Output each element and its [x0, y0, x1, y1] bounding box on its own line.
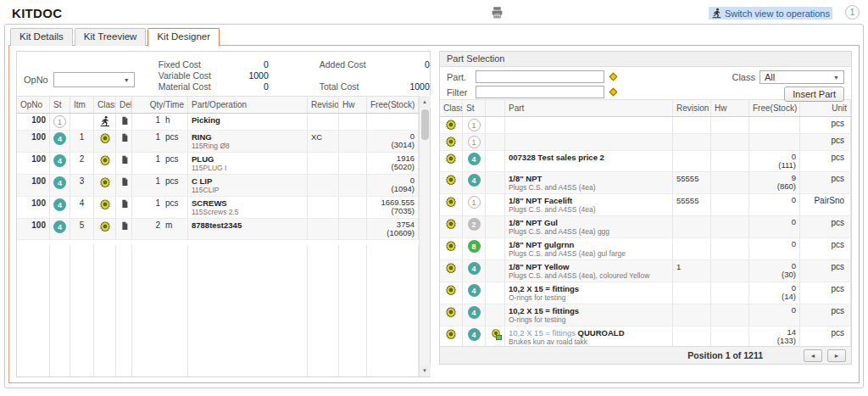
class-cell [440, 326, 463, 346]
table-row[interactable]: 1 pcs [440, 134, 851, 151]
delete-document-icon[interactable] [116, 175, 132, 196]
table-row[interactable]: 1 1/8" NPT Facelift Plugs C.S. and A4SS … [440, 194, 851, 216]
parts-table-header: Class St Part Revision Hw Free(Stock) Un… [440, 99, 851, 117]
delete-document-icon[interactable] [116, 197, 132, 218]
print-icon[interactable] [490, 5, 504, 20]
scrollbar-thumb[interactable] [421, 109, 429, 140]
free-stock-cell: 0 [749, 304, 800, 326]
table-row[interactable]: 4 10,2 X 15 = fittings O-rings for testi… [440, 304, 851, 326]
col-opno[interactable]: OpNo [17, 97, 50, 113]
col-part-operation[interactable]: Part/Operation [188, 97, 308, 113]
hw-cell [339, 175, 367, 196]
col-unit[interactable]: Unit [800, 100, 851, 116]
table-row[interactable]: 4 10,2 X 15 = fittings O-rings for testi… [440, 282, 851, 304]
class-select[interactable]: All ▼ [760, 70, 844, 84]
variable-cost-label: Variable Cost [159, 70, 220, 81]
col-hw[interactable]: Hw [711, 100, 749, 116]
table-row[interactable]: 8 1/8" NPT gulgrnn Plugs C.S. and A4SS (… [440, 238, 851, 260]
table-row[interactable]: 100 4 4 1 pcs SCREWS 115Screws 2.5 1669.… [17, 197, 419, 219]
free-stock-cell [749, 134, 800, 150]
pager-prev-icon[interactable]: ◄ [804, 349, 822, 362]
filter-lookup-diamond-icon[interactable] [609, 88, 618, 97]
col-st[interactable]: St [50, 97, 70, 113]
switch-view-link[interactable]: Switch view to operations [709, 7, 832, 20]
class-cell [94, 197, 116, 218]
total-cost-value: 1000 [377, 81, 430, 92]
table-row[interactable]: 4 10,2 X 15 = fittings QUUROALD Brukes k… [440, 326, 851, 346]
col-revision[interactable]: Revision [673, 100, 711, 116]
delete-document-icon[interactable] [116, 153, 132, 174]
table-row[interactable]: 4 1/8" NPT Plugs C.S. and A4SS (4ea) 555… [440, 172, 851, 194]
scroll-down-icon[interactable]: ▼ [420, 365, 431, 376]
revision-cell [308, 175, 339, 196]
delete-document-icon[interactable] [116, 219, 132, 239]
table-row[interactable]: 100 4 5 2 m 8788test2345 3754 (10609) [17, 219, 419, 240]
insert-part-button[interactable]: Insert Part [784, 86, 844, 102]
scroll-up-icon[interactable]: ▲ [420, 96, 431, 108]
tab-kit-treeview[interactable]: Kit Treeview [75, 28, 147, 46]
hw-cell [711, 194, 749, 215]
status-badge: 4 [468, 262, 481, 275]
class-cell [440, 134, 463, 150]
left-table-scrollbar[interactable]: ▲ ▼ [419, 96, 430, 376]
tab-kit-designer[interactable]: Kit Designer [147, 28, 220, 47]
part-label: Part. [447, 72, 476, 82]
alternate-cell [486, 326, 505, 346]
parts-rows: 1 pcs 1 [440, 117, 851, 346]
col-alt[interactable] [486, 100, 505, 116]
itm-cell: 4 [70, 197, 94, 218]
delete-document-icon[interactable] [116, 114, 132, 130]
unit-cell: pcs [800, 238, 851, 259]
table-row[interactable]: 100 4 2 1 pcs PLUG 115PLUG I 1916 (5020) [17, 153, 419, 175]
table-row[interactable]: 1 pcs [440, 117, 851, 134]
kit-designer-panel: OpNo ▼ Fixed Cost 0 Added Cost 0 Variabl… [8, 45, 860, 383]
col-itm[interactable]: Itm [70, 97, 94, 113]
tab-kit-details[interactable]: Kit Details [10, 28, 73, 46]
table-row[interactable]: 100 4 3 1 pcs C LIP 115CLIP 0 (1094) [17, 175, 419, 197]
part-lookup-diamond-icon[interactable] [609, 73, 618, 81]
pager-next-icon[interactable]: ► [827, 349, 846, 362]
table-row[interactable]: 2 1/8" NPT Gul Plugs C.S. and A4SS (4ea)… [440, 216, 851, 238]
col-free-stock[interactable]: Free(Stock) [367, 97, 419, 113]
col-del[interactable]: Del [116, 97, 132, 113]
table-row[interactable]: 4 1/8" NPT Yellow Plugs C.S. and A4SS (4… [440, 260, 851, 282]
delete-document-icon[interactable] [116, 131, 132, 152]
gear-icon [99, 198, 111, 210]
part-operation-cell: SCREWS 115Screws 2.5 [188, 197, 308, 218]
status-cell: 4 [463, 326, 486, 346]
col-part[interactable]: Part [505, 100, 673, 116]
gear-icon [445, 328, 457, 340]
part-cell: 1/8" NPT Facelift Plugs C.S. and A4SS (4… [505, 194, 673, 215]
hw-cell [711, 151, 749, 171]
col-st[interactable]: St [463, 100, 486, 116]
variable-cost-value: 1000 [220, 70, 269, 81]
hw-cell [711, 117, 749, 133]
col-revision[interactable]: Revision [308, 97, 339, 113]
part-link[interactable]: 10,2 X 15 = fittings [509, 328, 578, 337]
col-qty-time[interactable]: Qty/Time [132, 97, 188, 113]
table-row[interactable]: 100 1 1 h Picking [17, 114, 419, 131]
part-selection-form: Part. Filter Class All ▼ Insert Part [440, 67, 851, 99]
part-input[interactable] [476, 70, 604, 83]
table-row[interactable]: 100 4 1 1 pcs RING 115Ring Ø8 XC 0 (3014… [17, 131, 419, 153]
itm-cell [70, 114, 94, 130]
gear-icon [445, 119, 457, 131]
operations-rows: 100 1 1 h Picking 100 4 1 [17, 114, 419, 245]
col-class[interactable]: Class [94, 97, 116, 113]
status-cell: 1 [50, 114, 70, 130]
unit-cell: pcs [800, 304, 851, 326]
header-count-badge[interactable]: 1 [845, 5, 860, 20]
col-free-stock[interactable]: Free(Stock) [749, 100, 800, 116]
col-hw[interactable]: Hw [339, 97, 367, 113]
table-row[interactable]: 4 007328 Test sales price 2 0 (111) pcs [440, 151, 851, 172]
opno-select[interactable]: ▼ [53, 72, 135, 87]
opno-cell: 100 [17, 197, 50, 218]
col-class[interactable]: Class [440, 100, 463, 116]
free-stock-cell: 1669.555 (7035) [367, 197, 419, 218]
filter-input[interactable] [476, 86, 604, 98]
class-cell [440, 194, 463, 215]
part-operation-cell: PLUG 115PLUG I [188, 153, 308, 174]
class-cell [440, 282, 463, 304]
total-cost-label: Total Cost [320, 81, 377, 92]
material-cost-label: Material Cost [159, 81, 220, 92]
